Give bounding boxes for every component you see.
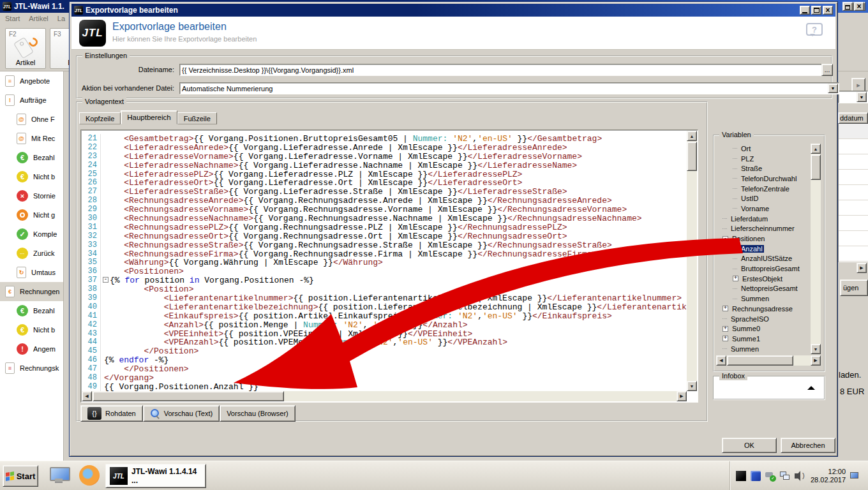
taskbar-jtl-wawi-button[interactable]: JTL JTL-Wawi 1.1.4.14 ...	[105, 464, 206, 488]
tree-vscroll-thumb[interactable]	[811, 154, 821, 180]
scroll-right-icon[interactable]: ▶	[811, 355, 821, 366]
sidebar-item-ohne-f[interactable]: @Ohne F	[0, 110, 63, 129]
table-row[interactable]	[839, 154, 868, 170]
sidebar-item-nicht-b[interactable]: €Nicht b	[0, 167, 63, 186]
expand-icon[interactable]: +	[722, 306, 728, 311]
dialog-close-button[interactable]: ×	[823, 6, 833, 15]
menu-item-artikel[interactable]: Artikel	[29, 15, 49, 22]
collapse-up-icon[interactable]	[807, 386, 815, 390]
sidebar-item-bezahl[interactable]: €Bezahl	[0, 148, 63, 167]
scroll-left-icon[interactable]: ◀	[82, 391, 92, 401]
preview-tab-vorschau-text[interactable]: Vorschau (Text)	[143, 405, 220, 422]
tree-item-summe0[interactable]: +Summe0	[716, 323, 811, 334]
code-line[interactable]: 26 <LieferadresseOrt>{{ Vorgang.Lieferad…	[82, 178, 687, 187]
tree-item-summe1[interactable]: +Summe1	[716, 334, 811, 344]
sidebar-item-zurück[interactable]: ···Zurück	[0, 244, 63, 263]
background-combobox[interactable]: ▼	[838, 91, 868, 103]
help-bubble-icon[interactable]: ?	[806, 23, 823, 36]
einfuegen-button[interactable]: ügen	[840, 279, 868, 296]
code-line[interactable]: 33 <RechnungsadresseStraße>{{ Vorgang.Re…	[82, 241, 687, 249]
code-line[interactable]: 25 <LieferadressePLZ>{{ Vorgang.Lieferad…	[82, 170, 687, 179]
tree-item-positionen[interactable]: -Positionen	[716, 234, 811, 244]
table-row[interactable]	[839, 139, 868, 154]
editor-hscroll-thumb[interactable]	[93, 391, 284, 401]
firefox-icon[interactable]	[79, 465, 100, 486]
expand-icon[interactable]: +	[722, 326, 728, 332]
filename-input[interactable]	[179, 64, 827, 76]
scroll-down-icon[interactable]: ▼	[811, 344, 821, 354]
code-line[interactable]: 42 <Anzahl>{{ position.Menge | Nummer: '…	[82, 320, 687, 329]
code-line[interactable]: 44 <VPEAnzahl>{{ position.VPEMenge | Num…	[82, 338, 687, 346]
code-line[interactable]: 45 </Position>	[82, 346, 687, 355]
sidebar-item-komple[interactable]: ✓Komple	[0, 225, 63, 244]
scroll-up-icon[interactable]: ▲	[687, 131, 697, 141]
sidebar-item-rechnungsk[interactable]: ≡Rechnungsk	[0, 359, 63, 378]
table-row[interactable]	[839, 200, 868, 216]
menu-item-start[interactable]: Start	[5, 15, 20, 22]
chevron-down-icon[interactable]: ▼	[828, 84, 838, 93]
sidebar-item-rechnungen[interactable]: €Rechnungen	[0, 282, 63, 301]
variables-tree[interactable]: OrtPLZStraßeTelefonDurchwahlTelefonZentr…	[716, 144, 811, 354]
tree-item-ort[interactable]: Ort	[716, 144, 811, 154]
fold-minus-icon[interactable]: -	[103, 277, 108, 283]
code-line[interactable]: 40 <Lieferantenartikelbezeichnung>{{ pos…	[82, 302, 687, 311]
tree-item-anzahl[interactable]: Anzahl	[716, 244, 811, 254]
scroll-right-icon[interactable]: ▶	[677, 391, 687, 401]
tree-item-nettopreisgesamt[interactable]: NettopreisGesamt	[716, 284, 811, 294]
tree-item-anzahlustsätze[interactable]: AnzahlUStSätze	[716, 254, 811, 264]
tab-hauptbereich[interactable]: Hauptbereich	[121, 110, 177, 124]
taskbar-clock[interactable]: 12:00 28.02.2017	[811, 468, 846, 484]
code-line[interactable]: 28 <RechnungsadresseAnrede>{{ Vorgang.Re…	[82, 196, 687, 205]
code-line[interactable]: 23 <LieferadresseVorname>{{ Vorgang.Lief…	[82, 152, 687, 161]
code-line[interactable]: 32 <RechnungsadresseOrt>{{ Vorgang.Rechn…	[82, 232, 687, 241]
scroll-left-icon[interactable]: ◀	[716, 355, 726, 366]
main-restore-button-2[interactable]	[842, 2, 853, 11]
tree-horizontal-scrollbar[interactable]: ◀ ▶	[716, 355, 821, 366]
code-line[interactable]: 29 <RechnungsadresseVorname>{{ Vorgang.R…	[82, 205, 687, 214]
dialog-minimize-button[interactable]	[800, 6, 810, 15]
code-line[interactable]: 22 <LieferadresseAnrede>{{ Vorgang.Liefe…	[82, 143, 687, 152]
dialog-titlebar[interactable]: JTL Exportvorlage bearbeiten ×	[71, 4, 835, 17]
tree-item-plz[interactable]: PLZ	[716, 154, 811, 164]
usb-tray-icon[interactable]: ✓	[765, 471, 775, 481]
tab-fußzeile[interactable]: Fußzeile	[177, 112, 217, 124]
sidebar-item-bezahl[interactable]: €Bezahl	[0, 301, 63, 320]
code-line[interactable]: 34 <RechnungsadresseFirma>{{ Vorgang.Rec…	[82, 249, 687, 258]
network-tray-icon[interactable]	[780, 471, 790, 481]
toolbar-artikel-button[interactable]: F2 Artikel	[5, 28, 46, 69]
tree-item-lieferdatum[interactable]: Lieferdatum	[716, 214, 811, 224]
table-row[interactable]	[839, 231, 868, 246]
cancel-button[interactable]: Abbrechen	[781, 438, 835, 453]
tree-item-summen[interactable]: Summen	[716, 293, 811, 304]
editor-vertical-scrollbar[interactable]: ▲ ▼	[687, 131, 697, 391]
sidebar-item-angem[interactable]: !Angem	[0, 339, 63, 359]
code-line[interactable]: 38 <Position>	[82, 285, 687, 293]
tree-item-bruttopreisgesamt[interactable]: BruttopreisGesamt	[716, 264, 811, 274]
tree-item-telefonzentrale[interactable]: TelefonZentrale	[716, 184, 811, 194]
code-line[interactable]: 41 <Einkaufspreis>{{ position.Artikel.Ei…	[82, 311, 687, 320]
sidebar-item-mit-rec[interactable]: @Mit Rec	[0, 129, 63, 148]
collapse-icon[interactable]: -	[722, 236, 728, 242]
code-line[interactable]: 24 <LieferadresseNachname>{{ Vorgang.Lie…	[82, 161, 687, 170]
sidebar-item-stornie[interactable]: ×Stornie	[0, 186, 63, 205]
scroll-right-icon[interactable]: ▶	[857, 263, 867, 273]
tree-item-lieferscheinnummer[interactable]: Lieferscheinnummer	[716, 224, 811, 234]
tree-hscroll-thumb[interactable]	[727, 355, 793, 366]
editor-horizontal-scrollbar[interactable]: ◀ ▶	[82, 391, 687, 401]
sidebar-item-angebote[interactable]: ≡Angebote	[0, 71, 63, 91]
tree-item-vorname[interactable]: Vorname	[716, 204, 811, 214]
code-line[interactable]: 21 <Gesamtbetrag>{{ Vorgang.Positionen.B…	[82, 134, 687, 143]
code-line[interactable]: 47 </Positionen>	[82, 364, 687, 373]
show-desktop-tray-icon[interactable]	[850, 471, 859, 481]
table-row[interactable]	[839, 124, 868, 139]
dialog-maximize-button[interactable]	[811, 6, 821, 15]
code-line[interactable]: 43 <VPEEinheit>{{ position.VPEEinheit | …	[82, 329, 687, 338]
tree-item-summen[interactable]: Summen	[716, 344, 811, 354]
tree-item-spracheiso[interactable]: SpracheISO	[716, 314, 811, 324]
sidebar-item-nicht-b[interactable]: €Nicht b	[0, 320, 63, 339]
nav-right-button[interactable]: ▸	[851, 78, 865, 92]
code-line[interactable]: 30 <RechnungsadresseNachname>{{ Vorgang.…	[82, 214, 687, 223]
sidebar-item-nicht-g[interactable]: Nicht g	[0, 205, 63, 225]
preview-tab-vorschau-browser[interactable]: Vorschau (Browser)	[220, 405, 296, 422]
tree-item-telefondurchwahl[interactable]: TelefonDurchwahl	[716, 174, 811, 184]
